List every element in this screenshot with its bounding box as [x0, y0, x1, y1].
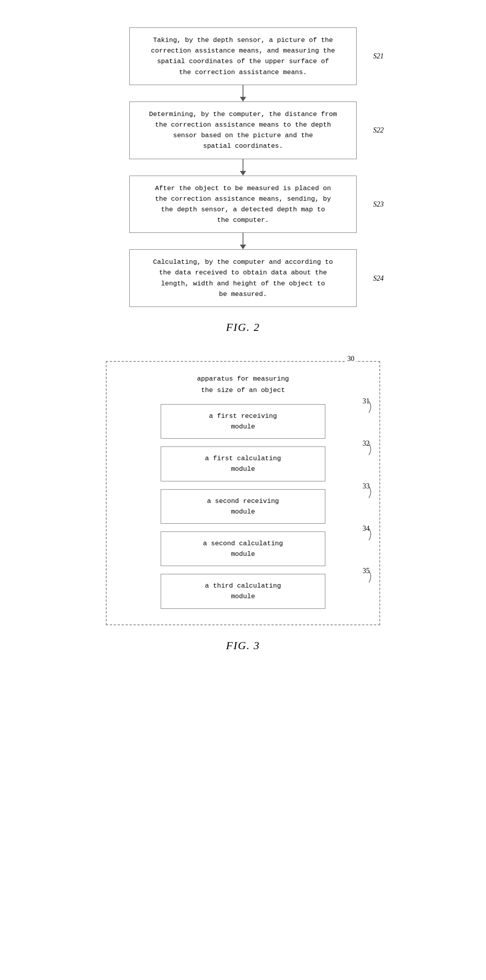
step-s24-text: Calculating, by the computer and accordi…: [153, 258, 333, 298]
module-31-line2: module: [231, 423, 255, 430]
step-s22-text: Determining, by the computer, the distan…: [149, 111, 337, 150]
module-33-line2: module: [231, 508, 255, 515]
module-34-connector: [363, 528, 375, 542]
module-box-34: a second calculating module: [161, 532, 325, 566]
fig3-caption: FIG. 3: [226, 639, 260, 652]
step-s22-box: Determining, by the computer, the distan…: [129, 102, 357, 159]
fig3-section: 30 apparatus for measuring the size of a…: [31, 361, 455, 671]
module-row-34: a second calculating module 34: [122, 532, 364, 566]
arrow-1: [240, 85, 246, 102]
module-box-35: a third calculating module: [161, 574, 325, 608]
module-row-32: a first calculating module 32: [122, 446, 364, 481]
module-35-connector: [363, 571, 375, 584]
module-row-35: a third calculating module 35: [122, 574, 364, 608]
fig3-outer-label-line2: the size of an object: [201, 387, 285, 394]
module-32-line1: a first calculating: [205, 455, 281, 462]
arrow-head-1: [240, 97, 246, 102]
arrow-2: [240, 159, 246, 176]
step-s21-box: Taking, by the depth sensor, a picture o…: [129, 27, 357, 85]
flow-row-s23: After the object to be measured is place…: [106, 176, 380, 233]
fig3-outer-number: 30: [346, 355, 356, 363]
step-s21-label: S21: [373, 51, 384, 62]
step-s23-text: After the object to be measured is place…: [155, 185, 331, 224]
flow-row-s22: Determining, by the computer, the distan…: [106, 102, 380, 159]
fig3-outer-label-line1: apparatus for measuring: [197, 375, 289, 383]
arrow-head-2: [240, 171, 246, 176]
module-35-line1: a third calculating: [205, 582, 281, 590]
module-box-31: a first receiving module: [161, 404, 325, 439]
module-box-33: a second receiving module: [161, 489, 325, 524]
module-33-connector: [363, 486, 375, 500]
arrow-3: [240, 233, 246, 249]
fig2-section: Taking, by the depth sensor, a picture o…: [31, 27, 455, 353]
flowchart: Taking, by the depth sensor, a picture o…: [106, 27, 380, 307]
step-s22-label: S22: [373, 125, 384, 136]
step-s23-box: After the object to be measured is place…: [129, 176, 357, 233]
step-s21-text: Taking, by the depth sensor, a picture o…: [151, 36, 335, 76]
module-35-line2: module: [231, 593, 255, 600]
step-s24-label: S24: [373, 272, 384, 284]
arrow-line-3: [243, 233, 243, 245]
flow-row-s24: Calculating, by the computer and accordi…: [106, 249, 380, 307]
fig3-outer-label: apparatus for measuring the size of an o…: [122, 374, 364, 396]
module-32-connector: [363, 443, 375, 457]
fig3-outer-box: 30 apparatus for measuring the size of a…: [106, 361, 380, 625]
arrow-line-1: [243, 85, 243, 97]
arrow-head-3: [240, 245, 246, 249]
module-33-line1: a second receiving: [207, 497, 279, 505]
module-box-32: a first calculating module: [161, 446, 325, 481]
step-s23-label: S23: [373, 198, 384, 210]
step-s24-box: Calculating, by the computer and accordi…: [129, 249, 357, 307]
module-34-line2: module: [231, 550, 255, 558]
module-31-connector: [363, 401, 375, 415]
module-row-31: a first receiving module 31: [122, 404, 364, 439]
flow-row-s21: Taking, by the depth sensor, a picture o…: [106, 27, 380, 85]
module-31-line1: a first receiving: [209, 412, 277, 420]
fig2-caption: FIG. 2: [226, 321, 260, 334]
module-34-line1: a second calculating: [203, 540, 283, 547]
module-row-33: a second receiving module 33: [122, 489, 364, 524]
arrow-line-2: [243, 159, 243, 171]
module-32-line2: module: [231, 465, 255, 473]
